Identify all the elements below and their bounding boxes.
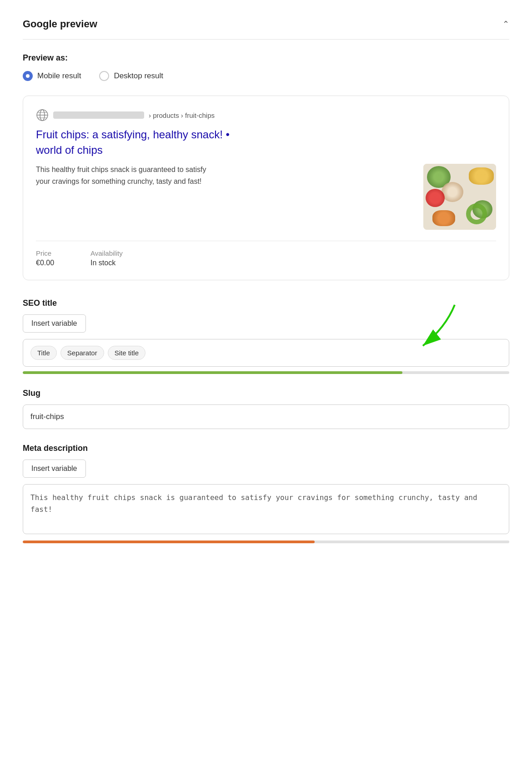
availability-item: Availability In stock	[90, 249, 123, 267]
desktop-label: Desktop result	[114, 71, 163, 81]
breadcrumb-row: › products › fruit-chips	[36, 109, 496, 121]
meta-description-textarea[interactable]: This healthy fruit chips snack is guaran…	[23, 484, 509, 534]
meta-description-progress-bar	[23, 541, 509, 543]
preview-description: This healthy fruit chips snack is guaran…	[36, 164, 218, 187]
product-info: Price €0.00 Availability In stock	[36, 241, 496, 267]
chip-yellow	[469, 167, 494, 185]
preview-as-label: Preview as:	[23, 53, 509, 63]
seo-title-section: SEO title Insert variable Title Separato…	[23, 298, 509, 374]
desktop-radio-circle[interactable]	[99, 71, 109, 81]
mobile-radio-circle[interactable]	[23, 71, 33, 81]
price-label: Price	[36, 249, 54, 257]
slug-section: Slug	[23, 389, 509, 429]
price-value: €0.00	[36, 259, 54, 267]
preview-as-section: Preview as: Mobile result Desktop result	[23, 53, 509, 81]
preview-product-image	[423, 164, 496, 230]
globe-icon	[36, 109, 49, 121]
meta-description-progress-fill	[23, 541, 315, 543]
google-preview-header: Google preview ⌃	[23, 18, 509, 40]
slug-label: Slug	[23, 389, 509, 398]
seo-tag-title: Title	[30, 346, 57, 360]
breadcrumb-path: › products › fruit-chips	[149, 111, 215, 119]
seo-title-tag-input[interactable]: Title Separator Site title	[23, 339, 509, 367]
chip-apple	[442, 182, 463, 202]
mobile-radio[interactable]: Mobile result	[23, 71, 81, 81]
seo-title-progress-fill	[23, 371, 402, 374]
chip-orange	[432, 210, 455, 226]
seo-title-insert-variable-button[interactable]: Insert variable	[23, 314, 86, 333]
seo-tag-site-title: Site title	[108, 346, 146, 360]
collapse-icon[interactable]: ⌃	[502, 19, 509, 29]
seo-tag-separator: Separator	[60, 346, 104, 360]
desktop-radio[interactable]: Desktop result	[99, 71, 163, 81]
chip-red	[426, 189, 445, 207]
preview-content-row: This healthy fruit chips snack is guaran…	[36, 164, 496, 230]
chip-green-ring	[466, 203, 487, 224]
google-preview-card: › products › fruit-chips Fruit chips: a …	[23, 96, 509, 280]
preview-title: Fruit chips: a satisfying, healthy snack…	[36, 127, 254, 157]
availability-label: Availability	[90, 249, 123, 257]
url-placeholder	[53, 111, 144, 119]
seo-title-progress-bar	[23, 371, 509, 374]
page-title: Google preview	[23, 18, 97, 30]
price-item: Price €0.00	[36, 249, 54, 267]
meta-description-insert-variable-button[interactable]: Insert variable	[23, 460, 86, 478]
availability-value: In stock	[90, 259, 123, 267]
meta-description-label: Meta description	[23, 444, 509, 453]
meta-description-section: Meta description Insert variable This he…	[23, 444, 509, 543]
slug-input[interactable]	[23, 404, 509, 429]
preview-mode-group: Mobile result Desktop result	[23, 71, 509, 81]
seo-title-label: SEO title	[23, 298, 509, 308]
mobile-label: Mobile result	[37, 71, 81, 81]
